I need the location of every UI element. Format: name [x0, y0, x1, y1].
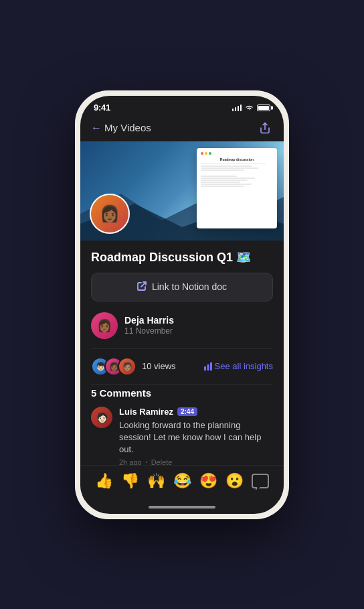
comment-text: Looking forward to the planning session!… — [119, 419, 273, 456]
reaction-raised-hands[interactable]: 🙌 — [147, 472, 165, 490]
viewer-avatars: 👦🏻 👩🏾 🧑🏽 — [91, 357, 136, 376]
nav-title: My Videos — [104, 122, 151, 133]
signal-icon — [232, 105, 242, 111]
notion-line — [201, 178, 255, 179]
share-icon — [259, 122, 271, 134]
comment-body: Luis Ramirez 2:44 Looking forward to the… — [119, 407, 273, 465]
comment-author: Luis Ramirez — [119, 407, 173, 417]
views-count: 10 views — [142, 361, 176, 371]
reaction-laugh[interactable]: 😂 — [173, 472, 191, 490]
back-button[interactable]: ← My Videos — [91, 122, 151, 134]
comment-age: 2h ago — [119, 458, 142, 464]
scroll-content: Roadmap discussion 👩🏾 — [80, 141, 284, 465]
video-title: Roadmap Discussion Q1 🗺️ — [91, 250, 273, 265]
comments-header: 5 Comments — [91, 387, 273, 399]
wifi-icon — [245, 105, 254, 111]
reaction-bar: 👍 👎 🙌 😂 😍 😮 — [80, 465, 284, 500]
reaction-chat-button[interactable] — [252, 474, 269, 488]
notion-line — [201, 176, 237, 177]
svg-line-3 — [141, 282, 146, 287]
notion-dot-green — [209, 152, 211, 155]
notion-line — [201, 184, 252, 185]
insights-chart-icon — [204, 362, 212, 370]
notion-line — [201, 165, 252, 167]
notion-doc-overlay: Roadmap discussion — [197, 148, 277, 228]
notion-line — [201, 180, 248, 181]
nav-bar: ← My Videos — [80, 117, 284, 141]
comment-item: 🧑🏻 Luis Ramirez 2:44 Looking forward to … — [91, 407, 273, 465]
notion-doc-title: Roadmap discussion — [201, 157, 273, 161]
home-indicator — [80, 500, 284, 514]
svg-rect-6 — [210, 362, 212, 370]
author-date: 11 November — [124, 326, 174, 336]
notion-line — [201, 170, 244, 171]
views-left: 👦🏻 👩🏾 🧑🏽 10 views — [91, 357, 176, 376]
notion-line — [201, 182, 240, 183]
video-thumbnail: Roadmap discussion 👩🏾 — [80, 141, 284, 241]
notion-line — [201, 163, 266, 165]
notch — [145, 96, 219, 111]
reaction-thumbs-up[interactable]: 👍 — [95, 472, 113, 490]
comments-section: 5 Comments 🧑🏻 Luis Ramirez 2:44 Looking … — [80, 385, 284, 465]
insights-label: See all insights — [215, 361, 273, 371]
reaction-heart-eyes[interactable]: 😍 — [199, 472, 217, 490]
status-time: 9:41 — [94, 103, 110, 113]
notion-line — [201, 186, 244, 187]
home-bar — [149, 506, 215, 509]
presenter-avatar-face: 👩🏾 — [91, 195, 128, 232]
back-arrow-icon: ← — [91, 122, 102, 134]
comment-meta-separator — [146, 462, 147, 463]
battery-icon — [257, 105, 270, 111]
reaction-thumbs-down[interactable]: 👎 — [121, 472, 139, 490]
share-button[interactable] — [257, 120, 273, 136]
phone-screen: 9:41 ← My Videos — [80, 96, 284, 514]
comment-avatar-emoji: 🧑🏻 — [96, 412, 108, 423]
presenter-avatar: 👩🏾 — [90, 194, 130, 234]
see-all-insights-button[interactable]: See all insights — [204, 361, 273, 371]
viewer-avatar-3: 🧑🏽 — [118, 357, 136, 376]
comment-meta: 2h ago Delete — [119, 458, 273, 464]
delete-comment-button[interactable]: Delete — [151, 458, 173, 464]
link-to-notion-button[interactable]: Link to Notion doc — [91, 273, 273, 301]
svg-rect-4 — [204, 366, 206, 370]
reaction-surprised[interactable]: 😮 — [225, 472, 244, 490]
content-section: Roadmap Discussion Q1 🗺️ Link to Notion … — [80, 241, 284, 348]
comment-avatar: 🧑🏻 — [91, 407, 112, 428]
phone-frame: 9:41 ← My Videos — [75, 90, 289, 519]
author-row: 👩🏾 Deja Harris 11 November — [91, 312, 273, 348]
link-button-label: Link to Notion doc — [152, 281, 227, 292]
notion-dot-red — [201, 152, 203, 155]
views-row: 👦🏻 👩🏾 🧑🏽 10 views See all insights — [80, 349, 284, 384]
author-name: Deja Harris — [124, 315, 174, 326]
author-avatar-emoji: 👩🏾 — [97, 318, 112, 333]
notion-line — [201, 167, 258, 169]
notion-title-bar — [201, 152, 273, 155]
external-link-icon — [137, 281, 147, 293]
svg-rect-5 — [207, 364, 209, 370]
author-avatar: 👩🏾 — [91, 312, 118, 339]
notion-dot-yellow — [205, 152, 207, 155]
comment-header-row: Luis Ramirez 2:44 — [119, 407, 273, 417]
author-info: Deja Harris 11 November — [124, 315, 174, 336]
comment-time-badge: 2:44 — [177, 407, 197, 416]
status-icons — [232, 105, 271, 111]
